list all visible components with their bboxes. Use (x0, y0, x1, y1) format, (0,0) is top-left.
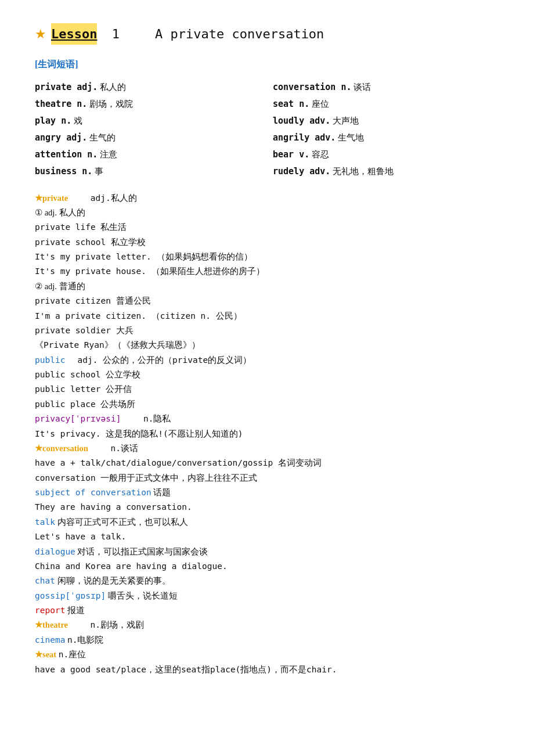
chat-line: chat 闲聊，说的是无关紧要的事。 (35, 574, 499, 588)
vocab-business: business n. 事 (35, 164, 261, 179)
dialogue-line: dialogue 对话，可以指正式国家与国家会谈 (35, 545, 499, 559)
seat-star-line: ★seat n.座位 (35, 647, 499, 662)
private-2-line: ② adj. 普通的 (35, 279, 499, 294)
vocab-attention: attention n. 注意 (35, 147, 261, 163)
conv-ex-line: They are having a conversation. (35, 500, 499, 514)
vocab-private: private adj. 私人的 (35, 80, 261, 95)
private-soldier-line: private soldier 大兵 (35, 323, 499, 338)
page-container: ★Lesson 1 A private conversation [生词短语] … (35, 23, 499, 677)
conv-star-line: ★conversation n.谈话 (35, 441, 499, 456)
privacy-line: privacy[ˈprɪvəsi] n.隐私 (35, 412, 499, 426)
vocab-theatre: theatre n. 剧场，戏院 (35, 96, 261, 112)
content-section: ★private adj.私人的 ① adj. 私人的 private life… (35, 191, 499, 677)
privacy-ex-line: It's privacy. 这是我的隐私!(不愿让别人知道的) (35, 427, 499, 441)
vocab-angrily: angrily adv. 生气地 (273, 130, 499, 146)
vocab-conversation: conversation n. 谈话 (273, 80, 499, 95)
vocab-grid: private adj. 私人的 conversation n. 谈话 thea… (35, 80, 499, 179)
private-ryan-line: 《Private Ryan》（《拯救大兵瑞恩》） (35, 338, 499, 352)
public-letter-line: public letter 公开信 (35, 382, 499, 397)
vocab-angry: angry adj. 生气的 (35, 130, 261, 146)
report-line: report 报道 (35, 603, 499, 618)
lesson-title-text: A private conversation (124, 23, 324, 45)
private-ex2-line: It's my private house. （如果陌生人想进你的房子） (35, 264, 499, 279)
vocab-loudly: loudly adv. 大声地 (273, 113, 499, 129)
dialogue-ex-line: China and Korea are having a dialogue. (35, 559, 499, 574)
private-citizen-phrase-line: private citizen 普通公民 (35, 294, 499, 308)
public-line: public adj. 公众的，公开的（private的反义词） (35, 353, 499, 368)
vocab-seat: seat n. 座位 (273, 96, 499, 112)
vocab-bear: bear v. 容忍 (273, 147, 499, 163)
talk-ex-line: Let's have a talk. (35, 530, 499, 544)
private-ex1-line: It's my private letter. （如果妈妈想看你的信） (35, 250, 499, 264)
lesson-title-line: ★Lesson 1 A private conversation (35, 23, 499, 45)
theatre-star-line: ★theatre n.剧场，戏剧 (35, 618, 499, 632)
conv-have-line: have a + talk/chat/dialogue/conversation… (35, 456, 499, 470)
lesson-number: 1 (104, 23, 120, 45)
vocab-rudely: rudely adv. 无礼地，粗鲁地 (273, 164, 499, 179)
public-place-line: public place 公共场所 (35, 397, 499, 412)
private-star-line: ★private adj.私人的 (35, 191, 499, 206)
private-school-line: private school 私立学校 (35, 235, 499, 250)
vocab-play: play n. 戏 (35, 113, 261, 129)
public-school-line: public school 公立学校 (35, 368, 499, 382)
private-1-line: ① adj. 私人的 (35, 206, 499, 220)
private-life-line: private life 私生活 (35, 220, 499, 235)
title-star-icon: ★ (35, 23, 46, 45)
talk-line: talk 内容可正式可不正式，也可以私人 (35, 515, 499, 530)
conv-usage-line: conversation 一般用于正式文体中，内容上往往不正式 (35, 471, 499, 485)
gossip-line: gossip[ˈɡɒsɪp] 嚼舌头，说长道短 (35, 589, 499, 603)
seat-note-line: have a good seat/place，这里的seat指place(指地点… (35, 663, 499, 677)
lesson-word: Lesson (51, 23, 97, 45)
cinema-line: cinema n.电影院 (35, 633, 499, 647)
vocab-section-header: [生词短语] (35, 56, 499, 72)
subject-conv-line: subject of conversation 话题 (35, 485, 499, 500)
private-citizen-ex-line: I'm a private citizen. （citizen n. 公民） (35, 309, 499, 323)
